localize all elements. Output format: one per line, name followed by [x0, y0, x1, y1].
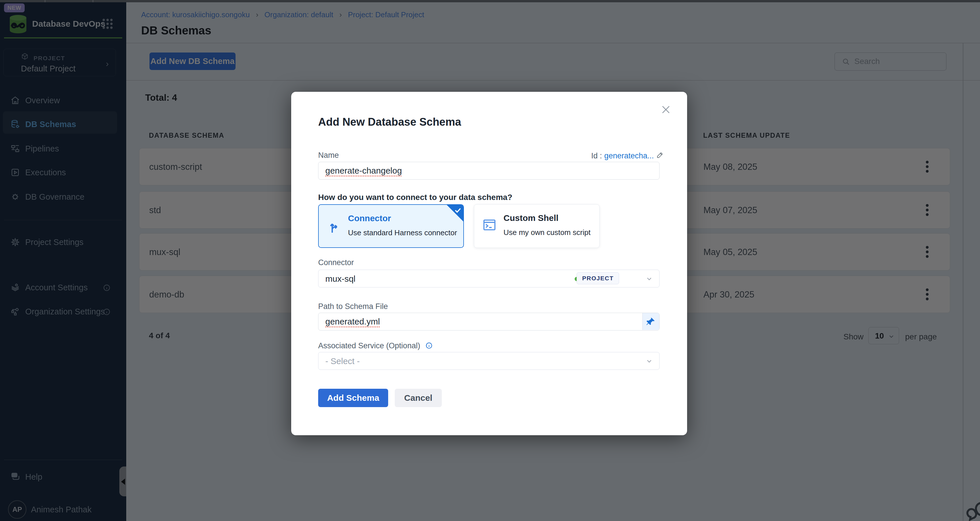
pagination-per-page-label: per page — [905, 332, 937, 341]
modal-title: Add New Database Schema — [318, 116, 461, 128]
divider — [126, 43, 980, 43]
pipelines-icon — [10, 144, 20, 155]
breadcrumb-account-link[interactable]: Account: kurosakiichigo.songoku — [141, 10, 250, 19]
edit-pencil-icon[interactable] — [656, 151, 664, 161]
option-title: Connector — [348, 213, 391, 223]
name-value: generate-changelog — [325, 166, 402, 175]
gear-icon — [10, 237, 20, 248]
sidebar: NEW Database DevOps — [0, 2, 126, 521]
right-rail-divider — [963, 43, 963, 521]
connector-branch-icon — [326, 218, 342, 236]
schema-name: mux-sql — [149, 247, 180, 257]
entity-id: Id : generatecha... — [591, 151, 664, 161]
cancel-button[interactable]: Cancel — [395, 389, 442, 407]
sidebar-item-label: Project Settings — [25, 237, 83, 247]
breadcrumb-org-link[interactable]: Organization: default — [264, 10, 333, 19]
path-input[interactable]: generated.yml — [318, 313, 660, 330]
connector-select[interactable]: mux-sql PROJECT — [318, 270, 660, 287]
chrome-notch — [92, 0, 94, 2]
sidebar-item-project-settings[interactable]: Project Settings — [0, 231, 126, 253]
id-value-link[interactable]: generatecha... — [604, 151, 654, 160]
sidebar-item-label: DB Schemas — [25, 119, 76, 129]
selected-corner — [446, 204, 464, 222]
home-icon — [10, 96, 20, 107]
sidebar-item-label: DB Governance — [25, 192, 84, 202]
database-gear-icon — [10, 119, 20, 130]
row-menu-kebab-icon[interactable] — [920, 287, 934, 302]
pagination-show-label: Show — [843, 332, 864, 341]
option-card-connector[interactable]: Connector Use standard Harness connector — [318, 204, 464, 248]
breadcrumb: Account: kurosakiichigo.songoku › Organi… — [141, 10, 424, 19]
page-size-value: 10 — [875, 331, 884, 341]
close-icon[interactable] — [660, 104, 671, 115]
id-prefix: Id : — [591, 151, 602, 160]
row-menu-kebab-icon[interactable] — [920, 244, 934, 259]
window-chrome-strip — [0, 0, 980, 2]
app-screen: NEW Database DevOps — [0, 0, 980, 521]
schema-updated: May 07, 2025 — [703, 205, 757, 215]
database-devops-logo-icon — [8, 14, 29, 35]
add-new-db-schema-button[interactable]: Add New DB Schema — [150, 53, 235, 70]
breadcrumb-project-link[interactable]: Project: Default Project — [348, 10, 424, 19]
connector-value: mux-sql — [325, 274, 355, 284]
add-schema-button[interactable]: Add Schema — [318, 389, 388, 407]
play-square-icon — [10, 167, 20, 178]
project-selector[interactable]: PROJECT Default Project › — [3, 49, 116, 76]
sidebar-item-label: Overview — [25, 96, 60, 105]
schema-name: std — [149, 205, 161, 215]
schema-updated: May 08, 2025 — [703, 162, 757, 172]
user-avatar[interactable]: AP — [8, 500, 26, 519]
info-icon[interactable] — [103, 308, 111, 317]
name-input[interactable]: generate-changelog — [318, 162, 660, 180]
sidebar-item-organization-settings[interactable]: Organization Settings — [0, 301, 126, 322]
row-menu-kebab-icon[interactable] — [920, 202, 934, 217]
schema-name: demo-db — [149, 290, 184, 300]
app-title: Database DevOps — [32, 19, 105, 29]
option-subtitle: Use my own custom script — [503, 228, 590, 237]
service-label: Associated Service (Optional) — [318, 341, 433, 351]
path-label: Path to Schema File — [318, 302, 388, 311]
service-select[interactable]: - Select - — [318, 352, 660, 370]
total-count: Total: 4 — [145, 92, 177, 103]
column-header-last-schema-update: LAST SCHEMA UPDATE — [703, 131, 790, 139]
sidebar-collapse-handle[interactable] — [119, 467, 127, 496]
schema-updated: May 05, 2025 — [703, 247, 757, 257]
info-icon[interactable] — [103, 284, 111, 293]
row-menu-kebab-icon[interactable] — [920, 159, 934, 174]
connect-question: How do you want to connect to your data … — [318, 193, 512, 202]
user-name: Animesh Pathak — [31, 505, 92, 515]
project-name: Default Project — [21, 64, 75, 73]
path-value: generated.yml — [325, 317, 380, 327]
search-input[interactable] — [854, 53, 941, 70]
column-header-database-schema: DATABASE SCHEMA — [149, 131, 224, 139]
cube-icon — [21, 53, 29, 61]
gear-shield-icon — [10, 192, 20, 203]
sidebar-item-label: Executions — [25, 168, 66, 177]
help-chat-icon: ? — [10, 472, 21, 483]
help-label: Help — [25, 472, 43, 482]
sidebar-divider — [4, 220, 122, 220]
info-icon[interactable] — [423, 343, 433, 351]
org-gear-icon — [10, 307, 20, 318]
sidebar-item-db-schemas[interactable]: DB Schemas — [0, 114, 126, 135]
terminal-icon — [482, 217, 497, 234]
option-subtitle: Use standard Harness connector — [348, 228, 457, 237]
connector-label: Connector — [318, 258, 354, 267]
sidebar-item-account-settings[interactable]: Account Settings — [0, 277, 126, 298]
sidebar-item-overview[interactable]: Overview — [0, 90, 126, 111]
help-button[interactable]: ? Help — [0, 468, 126, 488]
page-size-select[interactable]: 10 — [869, 327, 899, 344]
sidebar-item-pipelines[interactable]: Pipelines — [0, 138, 126, 159]
new-badge: NEW — [4, 3, 25, 12]
sidebar-item-db-governance[interactable]: DB Governance — [0, 186, 126, 207]
sidebar-item-executions[interactable]: Executions — [0, 162, 126, 183]
pin-segment[interactable] — [642, 313, 659, 330]
module-grid-icon[interactable] — [101, 17, 114, 32]
chat-support-icon[interactable] — [966, 499, 980, 521]
option-card-custom-shell[interactable]: Custom Shell Use my own custom script — [474, 204, 600, 248]
search-box — [835, 53, 947, 70]
project-scope-label: PROJECT — [33, 55, 65, 62]
name-label: Name — [318, 151, 339, 160]
sidebar-divider — [4, 460, 122, 460]
divider — [126, 80, 980, 81]
